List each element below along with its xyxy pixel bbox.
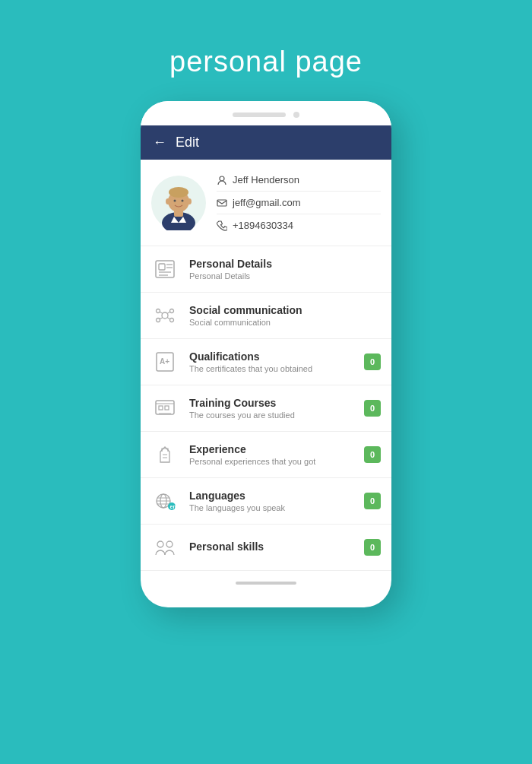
svg-rect-32 bbox=[159, 406, 163, 410]
social-communication-icon bbox=[151, 302, 179, 329]
svg-point-10 bbox=[187, 198, 192, 204]
camera-dot bbox=[293, 112, 299, 118]
svg-line-24 bbox=[160, 312, 163, 314]
svg-point-44 bbox=[157, 541, 163, 547]
svg-point-11 bbox=[220, 176, 224, 181]
svg-point-45 bbox=[166, 541, 173, 547]
menu-item-social-communication[interactable]: Social communication Social communicatio… bbox=[141, 293, 391, 339]
avatar bbox=[151, 176, 206, 230]
menu-text-languages: Languages The languages you speak bbox=[189, 490, 353, 512]
svg-point-8 bbox=[182, 199, 184, 201]
phone-top-bar bbox=[141, 101, 391, 125]
svg-point-9 bbox=[166, 198, 170, 204]
svg-point-20 bbox=[157, 309, 160, 313]
personal-details-icon bbox=[151, 255, 179, 283]
menu-item-personal-skills[interactable]: Personal skills 0 bbox=[141, 525, 391, 571]
menu-text-personal-details: Personal Details Personal Details bbox=[189, 258, 381, 281]
svg-point-7 bbox=[174, 199, 176, 201]
profile-email-row: jeff@gmail.com bbox=[217, 195, 381, 211]
profile-email: jeff@gmail.com bbox=[233, 197, 301, 208]
svg-rect-12 bbox=[217, 200, 226, 206]
menu-text-social-communication: Social communication Social communicatio… bbox=[189, 304, 381, 327]
languages-icon: en bbox=[151, 487, 179, 515]
menu-title-social-communication: Social communication bbox=[189, 304, 381, 316]
profile-name-row: Jeff Henderson bbox=[217, 172, 381, 188]
menu-item-languages[interactable]: en Languages The languages you speak 0 bbox=[141, 478, 391, 525]
menu-item-personal-details[interactable]: Personal Details Personal Details bbox=[141, 246, 391, 293]
phone-bottom-bar bbox=[141, 571, 391, 585]
training-courses-icon bbox=[151, 395, 179, 422]
phone-shell: ← Edit bbox=[141, 101, 391, 607]
svg-point-23 bbox=[170, 319, 174, 322]
menu-subtitle-languages: The languages you speak bbox=[189, 503, 353, 512]
svg-text:A+: A+ bbox=[160, 357, 169, 366]
profile-section: Jeff Henderson jeff@gmail.com +189463033… bbox=[141, 160, 391, 246]
profile-phone-row: +1894630334 bbox=[217, 217, 381, 233]
back-button[interactable]: ← bbox=[153, 135, 166, 151]
menu-text-training-courses: Training Courses The courses you are stu… bbox=[189, 397, 353, 420]
qualifications-icon: A+ bbox=[151, 348, 179, 376]
menu-title-experience: Experience bbox=[189, 443, 353, 455]
svg-rect-14 bbox=[159, 264, 165, 270]
badge-languages: 0 bbox=[364, 493, 381, 509]
menu-item-qualifications[interactable]: A+ Qualifications The certificates that … bbox=[141, 339, 391, 385]
badge-qualifications: 0 bbox=[364, 353, 381, 370]
badge-experience: 0 bbox=[364, 446, 381, 463]
menu-subtitle-training-courses: The courses you are studied bbox=[189, 411, 353, 420]
svg-line-25 bbox=[167, 312, 170, 314]
menu-item-experience[interactable]: Experience Personal experiences that you… bbox=[141, 432, 391, 478]
app-header: ← Edit bbox=[141, 125, 391, 160]
header-title: Edit bbox=[176, 135, 199, 151]
experience-icon bbox=[151, 441, 179, 468]
svg-text:en: en bbox=[170, 504, 176, 509]
menu-item-training-courses[interactable]: Training Courses The courses you are stu… bbox=[141, 385, 391, 432]
menu-text-personal-skills: Personal skills bbox=[189, 541, 353, 554]
svg-line-26 bbox=[160, 318, 163, 320]
svg-point-19 bbox=[162, 312, 168, 319]
svg-rect-33 bbox=[165, 406, 169, 410]
profile-phone: +1894630334 bbox=[233, 220, 293, 231]
menu-title-training-courses: Training Courses bbox=[189, 397, 353, 409]
menu-title-qualifications: Qualifications bbox=[189, 350, 353, 363]
menu-subtitle-personal-details: Personal Details bbox=[189, 271, 381, 281]
menu-subtitle-qualifications: The certificates that you obtained bbox=[189, 364, 353, 373]
profile-name: Jeff Henderson bbox=[233, 174, 299, 185]
menu-title-languages: Languages bbox=[189, 490, 353, 502]
menu-text-qualifications: Qualifications The certificates that you… bbox=[189, 350, 353, 373]
svg-point-21 bbox=[170, 309, 174, 313]
svg-point-22 bbox=[157, 319, 160, 322]
email-icon bbox=[217, 198, 227, 208]
menu-text-experience: Experience Personal experiences that you… bbox=[189, 443, 353, 466]
personal-skills-icon bbox=[151, 534, 179, 561]
menu-subtitle-social-communication: Social communication bbox=[189, 318, 381, 327]
home-bar bbox=[236, 582, 296, 585]
speaker-bar bbox=[233, 113, 286, 117]
menu-subtitle-experience: Personal experiences that you got bbox=[189, 457, 353, 466]
profile-info: Jeff Henderson jeff@gmail.com +189463033… bbox=[217, 172, 381, 233]
menu-title-personal-skills: Personal skills bbox=[189, 541, 353, 553]
svg-line-27 bbox=[167, 318, 170, 320]
menu-title-personal-details: Personal Details bbox=[189, 258, 381, 270]
person-icon bbox=[217, 175, 227, 185]
badge-personal-skills: 0 bbox=[364, 539, 381, 556]
svg-point-4 bbox=[169, 187, 188, 198]
phone-icon bbox=[217, 220, 227, 231]
badge-training-courses: 0 bbox=[364, 400, 381, 417]
page-title: personal page bbox=[169, 46, 363, 78]
